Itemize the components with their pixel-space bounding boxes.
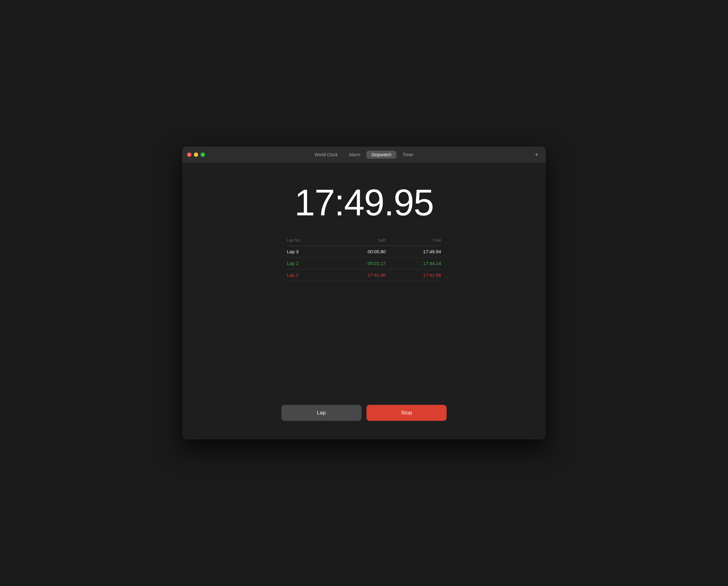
- table-row: Lap 2 00:02.17 17:44.14: [287, 258, 441, 269]
- header-lap-no: Lap No.: [287, 236, 330, 246]
- lap-table: Lap No. Split Total Lap 3 00:05.80 17:49…: [287, 236, 441, 281]
- close-button[interactable]: [187, 153, 191, 157]
- lap-number: Lap 1: [287, 269, 330, 281]
- lap-number: Lap 3: [287, 246, 330, 258]
- maximize-button[interactable]: [201, 153, 205, 157]
- table-header-row: Lap No. Split Total: [287, 236, 441, 246]
- lap-total: 17:49.94: [386, 246, 441, 258]
- lap-total: 17:44.14: [386, 258, 441, 269]
- lap-split: 00:02.17: [330, 258, 386, 269]
- main-window: World Clock Alarm Stopwatch Timer + 17:4…: [182, 146, 546, 440]
- tab-world-clock[interactable]: World Clock: [310, 151, 343, 159]
- stop-button[interactable]: Stop: [366, 405, 447, 421]
- titlebar: World Clock Alarm Stopwatch Timer +: [182, 146, 546, 163]
- table-row: Lap 3 00:05.80 17:49.94: [287, 246, 441, 258]
- header-total: Total: [386, 236, 441, 246]
- tab-timer[interactable]: Timer: [397, 151, 418, 159]
- lap-split: 17:41.96: [330, 269, 386, 281]
- tab-alarm[interactable]: Alarm: [344, 151, 365, 159]
- header-split: Split: [330, 236, 386, 246]
- minimize-button[interactable]: [194, 153, 198, 157]
- stopwatch-content: 17:49.95 Lap No. Split Total Lap 3 00:05…: [182, 163, 546, 440]
- add-button[interactable]: +: [532, 150, 541, 159]
- table-row: Lap 1 17:41.96 17:41.96: [287, 269, 441, 281]
- tab-stopwatch[interactable]: Stopwatch: [366, 151, 396, 159]
- lap-split: 00:05.80: [330, 246, 386, 258]
- control-buttons: Lap Stop: [281, 405, 447, 421]
- lap-total: 17:41.96: [386, 269, 441, 281]
- stopwatch-display: 17:49.95: [294, 181, 433, 224]
- traffic-lights: [187, 153, 205, 157]
- lap-number: Lap 2: [287, 258, 330, 269]
- lap-button[interactable]: Lap: [281, 405, 362, 421]
- tab-bar: World Clock Alarm Stopwatch Timer: [310, 151, 418, 159]
